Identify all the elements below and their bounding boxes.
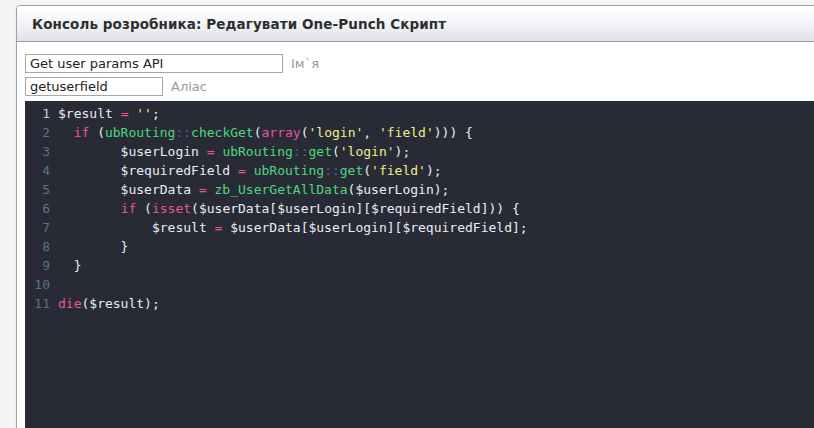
code-editor[interactable]: 1$result = '';2 if (ubRouting::checkGet(… — [25, 101, 814, 428]
dialog-titlebar[interactable]: Консоль розробника: Редагувати One-Punch… — [17, 6, 814, 42]
code-line: 10 — [25, 275, 814, 294]
line-number: 11 — [25, 294, 50, 313]
script-name-row: Ім`я — [25, 54, 814, 73]
line-number: 10 — [25, 275, 50, 294]
line-number: 8 — [25, 237, 50, 256]
line-number: 9 — [25, 256, 50, 275]
line-number: 2 — [25, 123, 50, 142]
dialog-title: Консоль розробника: Редагувати One-Punch… — [32, 16, 446, 32]
code-line: 1$result = ''; — [25, 104, 814, 123]
code-line: 2 if (ubRouting::checkGet(array('login',… — [25, 123, 814, 142]
line-number: 1 — [25, 104, 50, 123]
script-name-input[interactable] — [25, 54, 283, 73]
code-line: 7 $result = $userData[$userLogin][$requi… — [25, 218, 814, 237]
script-alias-label: Аліас — [171, 79, 207, 94]
code-line: 4 $requiredField = ubRouting::get('field… — [25, 161, 814, 180]
developer-console-dialog: Консоль розробника: Редагувати One-Punch… — [16, 5, 814, 428]
code-line: 3 $userLogin = ubRouting::get('login'); — [25, 142, 814, 161]
code-line: 6 if (isset($userData[$userLogin][$requi… — [25, 199, 814, 218]
script-name-label: Ім`я — [291, 56, 319, 71]
code-line: 5 $userData = zb_UserGetAllData($userLog… — [25, 180, 814, 199]
line-number: 4 — [25, 161, 50, 180]
dialog-body: Ім`я Аліас 1$result = '';2 if (ubRouting… — [17, 42, 814, 428]
line-number: 6 — [25, 199, 50, 218]
line-number: 3 — [25, 142, 50, 161]
code-line: 11die($result); — [25, 294, 814, 313]
line-number: 5 — [25, 180, 50, 199]
script-alias-input[interactable] — [25, 77, 163, 96]
code-line: 8 } — [25, 237, 814, 256]
line-number: 7 — [25, 218, 50, 237]
script-alias-row: Аліас — [25, 77, 814, 96]
code-line: 9 } — [25, 256, 814, 275]
